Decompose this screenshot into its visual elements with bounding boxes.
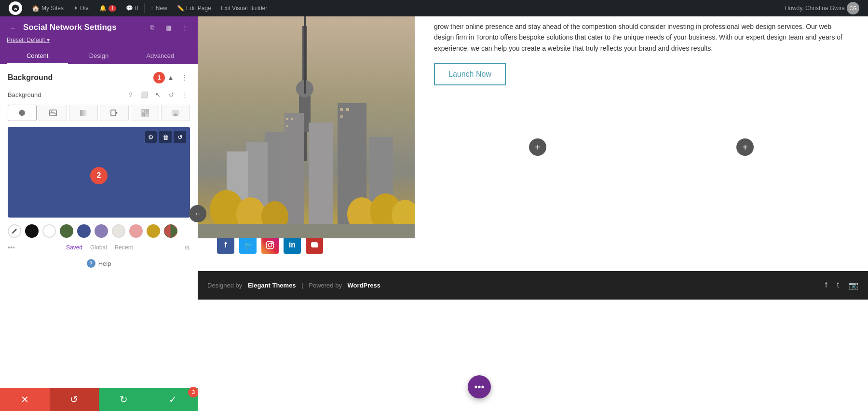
undo-button[interactable]: ↺	[50, 388, 99, 411]
bg-type-mask[interactable]	[161, 105, 190, 121]
social-linkedin[interactable]: in	[284, 236, 301, 254]
my-sites-label: My Sites	[41, 5, 64, 12]
sidebar-tabs: Content Design Advanced	[7, 48, 191, 64]
section-more-btn[interactable]: ⋮	[178, 72, 190, 83]
bg-type-video[interactable]	[100, 105, 129, 121]
social-instagram[interactable]	[261, 236, 279, 254]
divi-logo-icon: ✦	[73, 5, 78, 12]
bg-type-row	[8, 105, 190, 121]
color-swatches	[8, 224, 190, 238]
svg-rect-28	[346, 108, 349, 111]
help-row[interactable]: ? Help	[8, 259, 190, 268]
responsive-icon-btn[interactable]: ⬜	[139, 89, 149, 100]
swatch-green[interactable]	[60, 224, 73, 238]
add-btn-2[interactable]: +	[736, 138, 754, 156]
svg-point-39	[271, 243, 272, 244]
swatch-black[interactable]	[25, 224, 39, 238]
svg-rect-10	[146, 113, 149, 116]
footer-twitter-icon[interactable]: t	[837, 281, 839, 290]
new-item[interactable]: + New	[146, 0, 172, 16]
tab-advanced[interactable]: Advanced	[130, 48, 191, 64]
preset-value[interactable]: Default ▾	[27, 37, 49, 43]
pencil-icon: ✏️	[177, 5, 184, 12]
my-sites-item[interactable]: 🏠 My Sites	[27, 0, 68, 16]
save-button[interactable]: ✓ 3	[149, 388, 198, 411]
undo-icon-btn[interactable]: ↺	[166, 89, 176, 100]
color-badge-2: 2	[90, 167, 108, 184]
swatch-white[interactable]	[42, 224, 56, 238]
swatch-purple[interactable]	[95, 224, 108, 238]
cancel-button[interactable]: ✕	[0, 388, 50, 411]
swatch-blue[interactable]	[77, 224, 91, 238]
svg-point-38	[268, 243, 272, 247]
color-delete-btn[interactable]: 🗑	[159, 131, 172, 143]
color-settings-btn[interactable]: ⚙	[145, 131, 157, 143]
help-icon: ?	[87, 259, 95, 268]
pointer-icon-btn[interactable]: ↖	[152, 89, 163, 100]
edit-page-item[interactable]: ✏️ Edit Page	[172, 0, 216, 16]
swatch-red[interactable]	[161, 221, 180, 241]
svg-rect-7	[142, 110, 145, 112]
preset-row[interactable]: Preset: Default ▾	[7, 37, 191, 43]
comment-count: 0	[135, 5, 138, 12]
color-reset-btn[interactable]: ↺	[174, 131, 186, 143]
back-button[interactable]: ←	[7, 21, 19, 34]
bell-icon: 🔔	[99, 5, 107, 12]
admin-bar: W 🏠 My Sites ✦ Divi 🔔 1 💬 0 + New ✏️ Edi…	[0, 0, 868, 16]
help-tooltip-btn[interactable]: ?	[125, 89, 136, 100]
redo-button[interactable]: ↻	[99, 388, 149, 411]
bg-type-image[interactable]	[39, 105, 68, 121]
sidebar-body: Background 1 ▲ ⋮ Background ? ⬜ ↖ ↺	[0, 64, 198, 388]
tab-design[interactable]: Design	[68, 48, 129, 64]
swatch-gold[interactable]	[147, 224, 160, 238]
swatch-picker[interactable]	[8, 224, 21, 238]
window-icon-btn[interactable]: ⧉	[146, 21, 158, 34]
howdy-item[interactable]: Howdy, Christina Gwira CG	[780, 0, 864, 16]
launch-now-button[interactable]: Launch Now	[434, 63, 506, 85]
footer-divider: |	[301, 282, 303, 289]
swatch-tab-recent[interactable]: Recent	[115, 244, 133, 251]
footer-instagram-icon[interactable]: 📷	[849, 281, 858, 290]
footer-text2: Powered by	[309, 282, 342, 289]
bg-type-gradient[interactable]	[69, 105, 98, 121]
bg-type-pattern[interactable]	[131, 105, 160, 121]
tab-content[interactable]: Content	[7, 48, 68, 64]
exit-builder-item[interactable]: Exit Visual Builder	[216, 0, 272, 16]
social-facebook[interactable]: f	[217, 236, 234, 254]
footer-et[interactable]: Elegant Themes	[248, 282, 296, 289]
more-icon-btn2[interactable]: ⋮	[179, 89, 190, 100]
collapse-btn[interactable]: ▲	[165, 72, 176, 83]
bg-type-color[interactable]	[8, 105, 37, 121]
swatch-light[interactable]	[112, 224, 125, 238]
swatch-tab-saved[interactable]: Saved	[66, 244, 82, 251]
edit-page-label: Edit Page	[186, 5, 211, 12]
plus-row: + +	[434, 114, 849, 180]
add-btn-1[interactable]: +	[529, 138, 546, 156]
admin-bar-right: Howdy, Christina Gwira CG	[780, 0, 864, 16]
social-twitter[interactable]: 🐦	[239, 236, 257, 254]
swatch-more-dots[interactable]: •••	[8, 244, 15, 251]
footer-facebook-icon[interactable]: f	[825, 281, 827, 290]
svg-rect-24	[286, 118, 288, 120]
sidebar-toggle-btn[interactable]: ↔	[189, 205, 206, 222]
bg-label-row: Background ? ⬜ ↖ ↺ ⋮	[8, 89, 190, 100]
sidebar-header: ← Social Network Settings ⧉ ▦ ⋮ Preset: …	[0, 16, 198, 64]
swatch-pink[interactable]	[129, 224, 143, 238]
cancel-icon: ✕	[21, 394, 29, 405]
footer-wp[interactable]: WordPress	[348, 282, 380, 289]
comments-item[interactable]: 💬 0	[121, 0, 143, 16]
svg-text:W: W	[14, 7, 17, 11]
fab-button[interactable]: •••	[468, 375, 491, 398]
wp-logo-item[interactable]: W	[4, 0, 27, 16]
more-menu-btn[interactable]: ⋮	[178, 21, 191, 34]
notifications-item[interactable]: 🔔 1	[95, 0, 121, 16]
social-youtube[interactable]	[306, 236, 323, 254]
text-content: grow their online presence and stay ahea…	[415, 16, 868, 238]
page-content-inner: grow their online presence and stay ahea…	[198, 16, 868, 411]
swatch-tab-global[interactable]: Global	[90, 244, 107, 251]
grid-view-btn[interactable]: ▦	[162, 21, 175, 34]
swatch-settings-btn[interactable]: ⚙	[184, 244, 190, 251]
color-preview-area: ⚙ 🗑 ↺ 2	[8, 127, 190, 218]
swatch-tabs: ••• Saved Global Recent ⚙	[8, 244, 190, 251]
divi-item[interactable]: ✦ Divi	[68, 0, 95, 16]
